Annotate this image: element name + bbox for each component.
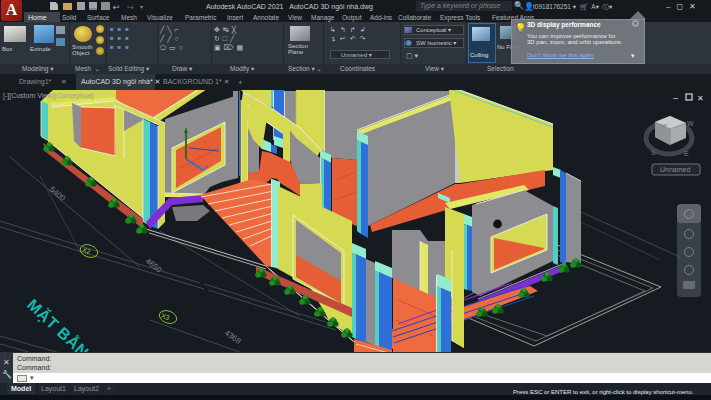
svg-text:MẶT BẰNG: MẶT BẰNG xyxy=(24,295,102,353)
svg-text:W: W xyxy=(687,120,694,127)
svg-text:TOP: TOP xyxy=(660,124,668,128)
svg-text:S: S xyxy=(651,149,656,156)
svg-text:✕: ✕ xyxy=(697,94,704,103)
svg-text:4650: 4650 xyxy=(144,256,164,274)
svg-text:5400: 5400 xyxy=(48,185,68,204)
svg-text:4368: 4368 xyxy=(223,328,243,346)
svg-text:E: E xyxy=(684,150,689,157)
svg-text:Unnamed: Unnamed xyxy=(660,166,690,173)
svg-text:[-][Custom View][Conceptual]: [-][Custom View][Conceptual] xyxy=(3,92,94,100)
svg-text:–: – xyxy=(673,93,678,103)
